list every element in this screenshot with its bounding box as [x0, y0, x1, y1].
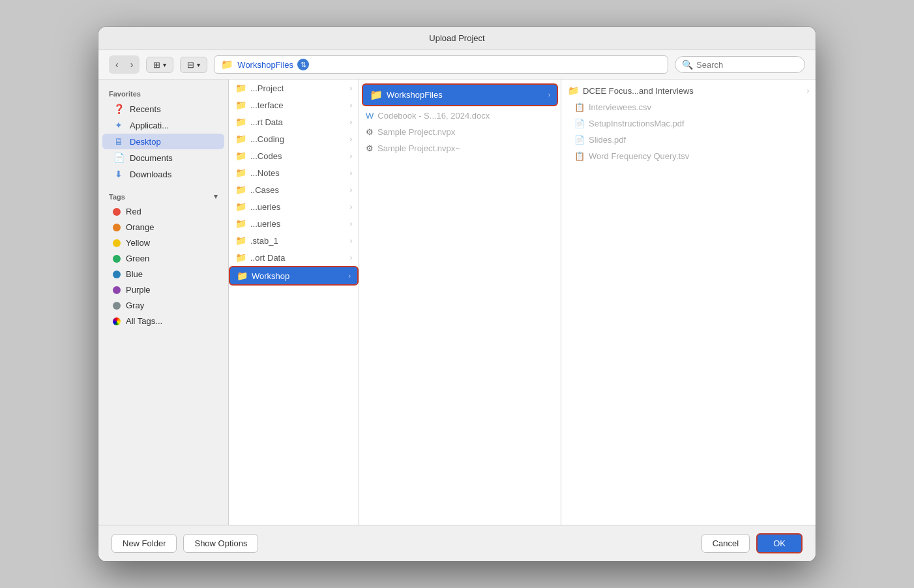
column-view-chevron: ▾	[163, 61, 166, 68]
documents-icon: 📄	[113, 153, 125, 163]
folder-icon: 📁	[568, 85, 579, 96]
sidebar-item-purple[interactable]: Purple	[102, 282, 224, 297]
file-label: ..Cases	[250, 185, 279, 195]
tags-chevron-icon[interactable]: ▾	[214, 192, 218, 201]
all-tags-icon	[113, 317, 121, 325]
path-folder-icon: 📁	[221, 59, 233, 70]
sidebar-item-yellow[interactable]: Yellow	[102, 235, 224, 250]
nav-button-group: ‹ ›	[109, 55, 140, 74]
search-box[interactable]: 🔍	[675, 56, 805, 73]
sidebar-item-documents[interactable]: 📄 Documents	[102, 150, 224, 166]
dialog-title: Upload Project	[98, 27, 816, 50]
chevron-right-icon: ›	[350, 136, 352, 143]
sidebar-item-label: Blue	[126, 269, 143, 279]
chevron-right-icon: ›	[350, 220, 352, 228]
list-item[interactable]: 📁 ...rt Data ›	[229, 113, 359, 130]
sidebar-item-label: Green	[126, 254, 149, 263]
file-label: ...ueries	[250, 202, 280, 212]
sidebar-item-desktop[interactable]: 🖥 Desktop	[102, 134, 224, 149]
chevron-right-icon: ›	[350, 169, 352, 177]
sidebar-item-downloads[interactable]: ⬇ Downloads	[102, 166, 224, 182]
file-label: Codebook - S...16, 2024.docx	[377, 111, 490, 121]
list-item[interactable]: 📁 ...ueries ›	[229, 215, 359, 232]
sidebar-item-green[interactable]: Green	[102, 251, 224, 266]
sidebar: Favorites ❓ Recents ✦ Applicati... 🖥 Des…	[98, 80, 229, 525]
show-options-button[interactable]: Show Options	[183, 534, 258, 553]
list-item[interactable]: 📁 ...Project ›	[229, 80, 359, 96]
forward-button[interactable]: ›	[125, 57, 139, 72]
folder-icon: 📁	[235, 117, 246, 127]
sidebar-item-recents[interactable]: ❓ Recents	[102, 101, 224, 117]
path-arrows-button[interactable]: ⇅	[297, 59, 309, 70]
column-1: 📁 ...Project › 📁 ...terface › 📁 ...rt Da…	[229, 80, 359, 525]
list-item[interactable]: 📁 ...terface ›	[229, 96, 359, 113]
list-item[interactable]: 📄 Slides.pdf	[561, 132, 816, 148]
list-item[interactable]: 📁 ...Codes ›	[229, 147, 359, 164]
path-control[interactable]: 📁 WorkshopFiles ⇅	[214, 55, 668, 74]
list-item[interactable]: ⚙ Sample Project.nvpx	[359, 124, 561, 140]
file-label: DCEE Focus...and Interviews	[583, 86, 694, 96]
file-browser: 📁 ...Project › 📁 ...terface › 📁 ...rt Da…	[229, 80, 816, 525]
file-picker-dialog: Upload Project ‹ › ⊞ ▾ ⊟ ▾ 📁 WorkshopFil…	[98, 27, 816, 561]
file-label: ...Codes	[250, 151, 282, 161]
docx-icon: W	[366, 111, 374, 121]
favorites-label: Favorites	[98, 87, 228, 100]
sidebar-item-label: Downloads	[130, 169, 171, 179]
path-folder-name: WorkshopFiles	[237, 60, 293, 70]
sidebar-item-red[interactable]: Red	[102, 204, 224, 219]
cancel-button[interactable]: Cancel	[701, 534, 750, 553]
file-label: ..ort Data	[250, 253, 285, 263]
search-input[interactable]	[696, 60, 794, 70]
back-button[interactable]: ‹	[110, 57, 124, 72]
sidebar-item-all-tags[interactable]: All Tags...	[102, 314, 224, 329]
recents-icon: ❓	[113, 104, 125, 114]
main-content: Favorites ❓ Recents ✦ Applicati... 🖥 Des…	[98, 80, 816, 525]
ok-button[interactable]: OK	[756, 533, 803, 553]
column-3: 📁 DCEE Focus...and Interviews › 📋 Interv…	[561, 80, 816, 525]
list-item[interactable]: W Codebook - S...16, 2024.docx	[359, 108, 561, 124]
blue-tag-dot	[113, 271, 121, 278]
tsv-icon: 📋	[574, 151, 585, 161]
folder-icon: 📁	[235, 168, 246, 178]
file-label: Sample Project.nvpx~	[377, 143, 460, 153]
list-item[interactable]: 📋 Word Frequency Query.tsv	[561, 148, 816, 164]
list-item[interactable]: 📁 ..ort Data ›	[229, 249, 359, 266]
chevron-right-icon: ›	[350, 254, 352, 261]
list-item[interactable]: 📁 ...Coding ›	[229, 130, 359, 147]
list-item[interactable]: 📁 ...ueries ›	[229, 198, 359, 215]
purple-tag-dot	[113, 286, 121, 294]
list-item[interactable]: ⚙ Sample Project.nvpx~	[359, 140, 561, 156]
sidebar-item-label: Desktop	[130, 137, 161, 147]
file-label: ...Project	[250, 83, 284, 93]
grid-view-button[interactable]: ⊟ ▾	[180, 57, 207, 73]
applications-icon: ✦	[113, 120, 125, 130]
list-item[interactable]: 📁 ..Cases ›	[229, 181, 359, 198]
column-view-button[interactable]: ⊞ ▾	[146, 57, 173, 73]
desktop-icon: 🖥	[113, 136, 125, 147]
new-folder-button[interactable]: New Folder	[111, 534, 177, 553]
list-item[interactable]: 📄 SetupInstructionsMac.pdf	[561, 115, 816, 132]
folder-icon: 📁	[235, 151, 246, 161]
sidebar-item-blue[interactable]: Blue	[102, 267, 224, 282]
file-label: ...Coding	[250, 134, 284, 144]
list-item[interactable]: 📁 ...Notes ›	[229, 164, 359, 181]
column-view-icon: ⊞	[153, 60, 160, 70]
sidebar-item-orange[interactable]: Orange	[102, 220, 224, 235]
path-arrows-icon: ⇅	[301, 61, 306, 69]
folder-icon: 📁	[235, 218, 246, 229]
file-label: ...Notes	[250, 168, 280, 178]
list-item-workshop-selected[interactable]: 📁 Workshop ›	[229, 266, 359, 286]
list-item-dcee[interactable]: 📁 DCEE Focus...and Interviews ›	[561, 82, 816, 99]
green-tag-dot	[113, 255, 121, 263]
chevron-right-icon: ›	[350, 85, 352, 92]
list-item[interactable]: 📁 .stab_1 ›	[229, 232, 359, 249]
pdf-icon: 📄	[574, 119, 585, 128]
back-icon: ‹	[115, 59, 119, 70]
pdf-icon: 📄	[574, 135, 585, 145]
list-item[interactable]: 📋 Interviewees.csv	[561, 99, 816, 115]
chevron-right-icon: ›	[350, 186, 352, 194]
sidebar-item-applications[interactable]: ✦ Applicati...	[102, 117, 224, 133]
list-item-workshopfiles[interactable]: 📁 WorkshopFiles ›	[362, 83, 558, 106]
red-tag-dot	[113, 208, 121, 216]
sidebar-item-gray[interactable]: Gray	[102, 298, 224, 313]
